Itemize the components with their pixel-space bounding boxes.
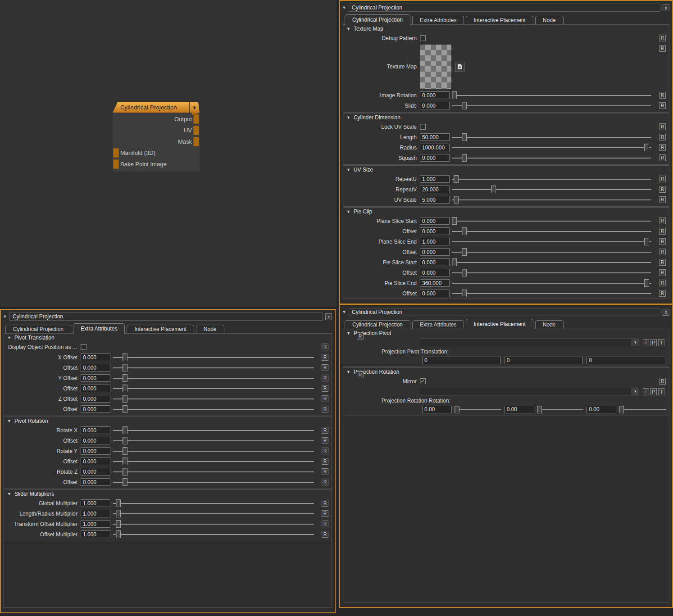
rotation-field-0[interactable]: 0.00 [422, 406, 452, 413]
dropdown-arrow-icon[interactable]: ▼ [632, 388, 639, 395]
slider-handle[interactable] [462, 269, 467, 276]
slider-handle[interactable] [644, 279, 649, 287]
y-offset-slider[interactable] [113, 374, 314, 382]
tab-cylindrical-projection[interactable]: Cylindrical Projection [345, 320, 410, 329]
p-button[interactable]: P [650, 388, 657, 395]
tab-cylindrical-projection[interactable]: Cylindrical Projection [5, 325, 71, 333]
value-field-plane-slice-start[interactable]: 0.000 [420, 217, 450, 225]
p-button[interactable]: P [650, 339, 657, 346]
reset-button[interactable]: R [659, 290, 666, 297]
value-field-offset[interactable]: 0.000 [81, 385, 110, 392]
reset-button[interactable]: R [659, 92, 666, 99]
value-field-z-offset[interactable]: 0.000 [81, 395, 110, 403]
slider-handle[interactable] [537, 406, 542, 413]
tab-interactive-placement[interactable]: Interactive Placement [466, 319, 533, 329]
slider-handle[interactable] [116, 499, 121, 507]
slider-handle[interactable] [123, 457, 127, 465]
section-collapse-arrow-icon[interactable]: ▼ [346, 209, 350, 214]
slider-handle[interactable] [644, 144, 649, 151]
slider-handle[interactable] [123, 405, 127, 413]
offset-slider[interactable] [113, 436, 314, 445]
rotate-x-slider[interactable] [113, 426, 314, 435]
reset-button[interactable]: R [659, 269, 666, 276]
collapse-arrow-icon[interactable]: ▼ [342, 5, 346, 10]
slider-handle[interactable] [116, 510, 121, 517]
vector-field-0[interactable]: 0 [422, 357, 501, 364]
reset-button[interactable]: R [322, 531, 328, 538]
node-header[interactable]: Cylindrical Projection + [113, 102, 200, 113]
slider-handle[interactable] [462, 227, 467, 235]
pie-slice-end-slider[interactable] [452, 279, 652, 287]
t-button[interactable]: T [658, 388, 664, 395]
squash-slider[interactable] [452, 154, 652, 162]
collapse-arrow-icon[interactable]: ▼ [342, 310, 346, 314]
offset-multiplier-slider[interactable] [113, 530, 314, 539]
rotation-2-slider[interactable] [619, 405, 666, 414]
value-field-rotate-x[interactable]: 0.000 [81, 426, 110, 434]
reset-button[interactable]: R [659, 196, 666, 203]
reset-button[interactable]: R [322, 395, 328, 402]
cylindrical-projection-node[interactable]: Cylindrical Projection + OutputUVMaskMan… [113, 102, 200, 172]
-button[interactable]: + [643, 339, 649, 346]
dropdown-arrow-icon[interactable]: ▼ [632, 339, 639, 346]
value-field-y-offset[interactable]: 0.000 [81, 374, 110, 382]
value-field-uv-scale[interactable]: 5.000 [420, 196, 450, 204]
value-field-offset[interactable]: 0.000 [81, 437, 110, 444]
tab-extra-attributes[interactable]: Extra Attributes [73, 323, 125, 334]
slider-handle[interactable] [452, 217, 457, 225]
reset-button[interactable]: R [659, 259, 666, 266]
slider-handle[interactable] [123, 395, 127, 403]
x-offset-slider[interactable] [113, 353, 314, 362]
value-field-transform-offset-multiplier[interactable]: 1.000 [81, 520, 110, 528]
value-field-offset[interactable]: 0.000 [420, 290, 450, 297]
output-port[interactable] [193, 137, 199, 146]
reset-button[interactable]: R [322, 479, 328, 485]
slider-handle[interactable] [452, 91, 457, 99]
reset-button[interactable]: R [322, 364, 328, 371]
slider-handle[interactable] [491, 186, 496, 193]
reset-button[interactable]: R [659, 123, 666, 130]
vector-field-1[interactable]: 0 [505, 357, 583, 364]
offset-slider[interactable] [113, 405, 314, 413]
image-rotation-slider[interactable] [452, 91, 652, 100]
tab-interactive-placement[interactable]: Interactive Placement [127, 325, 194, 333]
close-button[interactable]: x [663, 309, 669, 316]
value-field-rotate-z[interactable]: 0.000 [81, 468, 110, 476]
checkbox-checked[interactable]: ✓ [420, 378, 426, 384]
rotation-1-slider[interactable] [537, 405, 584, 414]
value-field-pie-slice-start[interactable]: 0.000 [420, 258, 450, 266]
slider-handle[interactable] [123, 426, 127, 434]
value-field-offset[interactable]: 0.000 [81, 478, 110, 486]
reset-button[interactable]: R [322, 354, 328, 361]
tab-cylindrical-projection[interactable]: Cylindrical Projection [345, 14, 410, 25]
checkbox[interactable] [420, 124, 426, 130]
value-field-offset[interactable]: 0.000 [81, 405, 110, 413]
z-offset-slider[interactable] [113, 394, 314, 403]
offset-slider[interactable] [113, 457, 314, 466]
value-field-radius[interactable]: 1000.000 [420, 144, 450, 151]
value-field-global-multiplier[interactable]: 1.000 [81, 499, 110, 507]
reset-button[interactable]: R [659, 186, 666, 193]
reset-button[interactable]: R [659, 280, 666, 286]
slider-handle[interactable] [452, 258, 457, 266]
reset-button[interactable]: R [659, 176, 666, 182]
radius-slider[interactable] [452, 143, 652, 152]
slider-handle[interactable] [123, 437, 127, 444]
reset-button[interactable]: R [322, 385, 328, 392]
slider-handle[interactable] [454, 196, 459, 204]
reset-button[interactable]: R [322, 406, 328, 412]
slider-handle[interactable] [462, 248, 467, 256]
section-collapse-arrow-icon[interactable]: ▼ [346, 370, 350, 374]
offset-slider[interactable] [452, 248, 652, 256]
shape-dropdown[interactable]: ▼ [420, 339, 639, 346]
input-port[interactable] [113, 148, 119, 158]
slider-handle[interactable] [619, 406, 624, 413]
checkbox[interactable] [81, 344, 86, 350]
slider-handle[interactable] [644, 238, 649, 245]
value-field-image-rotation[interactable]: 0.000 [420, 91, 450, 99]
plane-slice-start-slider[interactable] [452, 217, 652, 225]
pie-slice-start-slider[interactable] [452, 258, 652, 267]
slider-handle[interactable] [462, 102, 467, 109]
reset-button[interactable]: R [659, 238, 666, 245]
tab-extra-attributes[interactable]: Extra Attributes [412, 320, 464, 329]
